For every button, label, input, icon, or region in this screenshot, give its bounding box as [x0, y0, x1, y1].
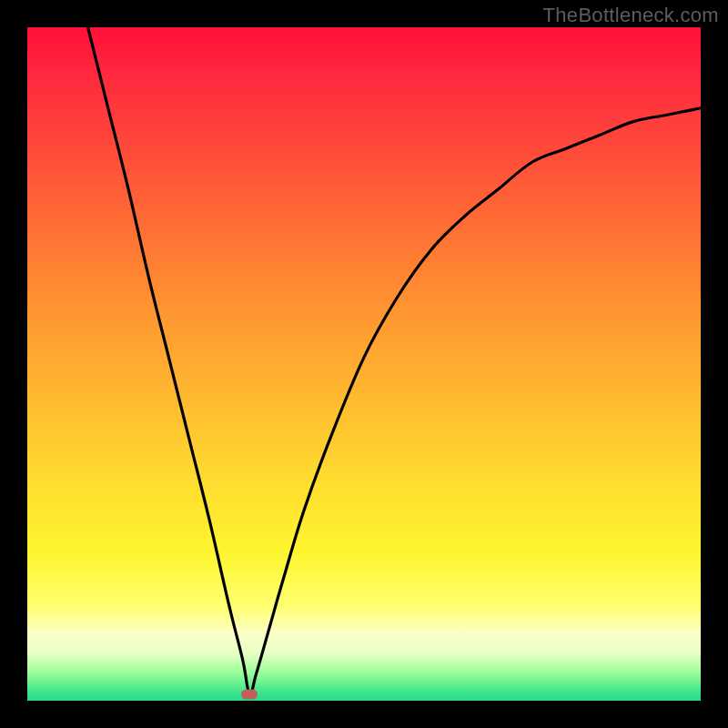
minimum-marker: [241, 689, 258, 699]
bottleneck-curve: [27, 27, 701, 701]
chart-frame: TheBottleneck.com: [0, 0, 728, 728]
plot-area: [27, 27, 701, 701]
watermark-text: TheBottleneck.com: [543, 4, 719, 27]
